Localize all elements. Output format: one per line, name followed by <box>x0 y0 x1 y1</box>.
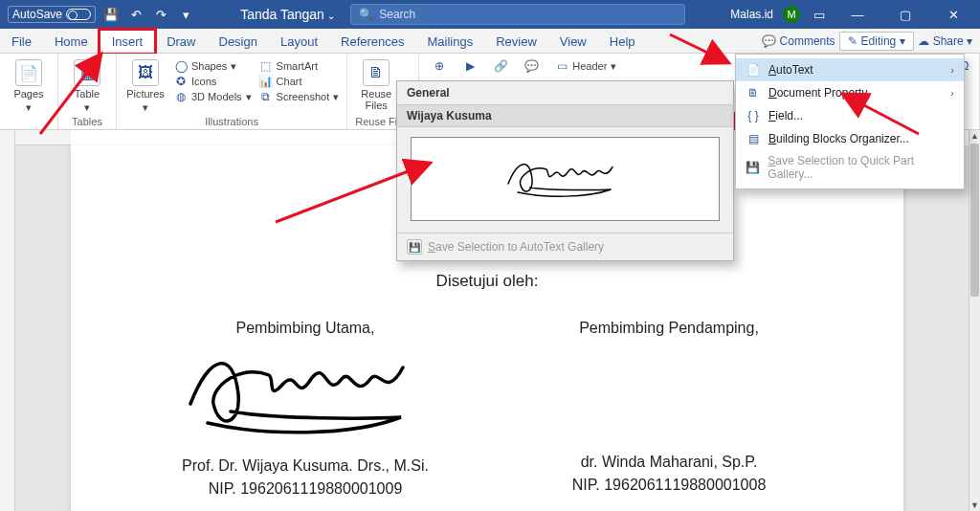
menu-autotext[interactable]: 📄 AAutoTextutoText › <box>736 58 964 81</box>
scroll-down-icon[interactable]: ▼ <box>969 500 980 511</box>
save-gallery-icon: 💾 <box>407 239 422 255</box>
chevron-right-icon: › <box>950 64 954 76</box>
pages-button[interactable]: 📄 Pages▾ <box>8 59 50 114</box>
reuse-files-icon: 🗎 <box>363 59 390 86</box>
group-illustrations: Illustrations <box>124 116 339 129</box>
3dmodels-button[interactable]: ◍3D Models ▾ <box>174 90 252 103</box>
document-property-icon: 🗎 <box>746 85 761 100</box>
table-button[interactable]: ▦ Table▾ <box>66 59 108 114</box>
scroll-up-icon[interactable]: ▲ <box>969 130 980 142</box>
autotext-category: Wijaya Kusuma <box>397 104 733 127</box>
tab-view[interactable]: View <box>548 31 598 53</box>
save-icon[interactable]: 💾 <box>101 5 121 24</box>
blocks-icon: ▤ <box>746 131 761 146</box>
cube-icon: ◍ <box>174 90 188 103</box>
search-input[interactable]: 🔍 Search <box>350 4 685 25</box>
autotext-gallery: General Wijaya Kusuma 💾 Save Selection t… <box>396 80 734 261</box>
header-icon: ▭ <box>555 59 568 73</box>
signature-image <box>181 337 430 452</box>
vertical-ruler[interactable] <box>0 130 15 511</box>
menu-save-quickpart: 💾 Save Selection to Quick Part Gallery..… <box>736 150 964 185</box>
chevron-right-icon: › <box>950 87 954 99</box>
doc-right-name: dr. Winda Maharani, Sp.P. <box>511 454 827 471</box>
share-button[interactable]: ☁︎ Share ▾ <box>918 34 972 48</box>
chevron-down-icon[interactable]: ⌄ <box>327 11 335 21</box>
screenshot-button[interactable]: ⧉Screenshot ▾ <box>259 90 340 103</box>
smartart-icon: ⬚ <box>259 59 273 73</box>
pages-icon: 📄 <box>15 59 42 86</box>
tab-references[interactable]: References <box>329 31 415 53</box>
online-video-icon[interactable]: ▶ <box>463 59 477 73</box>
doc-left-role: Pembimbing Utama, <box>147 320 463 337</box>
vertical-scrollbar[interactable]: ▲ ▼ <box>969 130 980 511</box>
tab-help[interactable]: Help <box>598 31 647 53</box>
table-icon: ▦ <box>74 59 100 86</box>
chart-icon: 📊 <box>259 75 273 88</box>
icons-icon: ✪ <box>174 75 188 88</box>
maximize-button[interactable]: ▢ <box>886 0 924 29</box>
redo-icon[interactable]: ↷ <box>151 5 170 24</box>
doc-right-role: Pembimbing Pendamping, <box>511 320 827 337</box>
save-selection-icon: 💾 <box>746 160 760 175</box>
switch-off-icon <box>66 9 91 20</box>
tab-insert[interactable]: Insert <box>100 30 156 54</box>
shapes-button[interactable]: ◯Shapes ▾ <box>174 59 252 73</box>
tab-review[interactable]: Review <box>484 31 548 53</box>
titlebar: AutoSave 💾 ↶ ↷ ▾ Tanda Tangan ⌄ 🔍 Search… <box>0 0 980 29</box>
editing-mode-button[interactable]: ✎ Editing ▾ <box>839 32 915 51</box>
comments-button[interactable]: 💬 Comments <box>762 34 835 48</box>
autotext-save-selection: 💾 Save Selection to AutoText Gallery Sav… <box>397 233 733 260</box>
quickparts-menu: 📄 AAutoTextutoText › 🗎 Document Property… <box>735 54 965 189</box>
ribbon-mode-icon[interactable]: ▭ <box>810 5 829 24</box>
link-icon[interactable]: 🔗 <box>494 59 507 73</box>
tab-home[interactable]: Home <box>43 31 100 53</box>
document-title: Tanda Tangan <box>240 7 324 22</box>
field-icon: { } <box>746 108 761 123</box>
reuse-files-button[interactable]: 🗎 Reuse Files <box>355 59 397 111</box>
menu-field[interactable]: { } Field... Field... <box>736 104 964 127</box>
tab-mailings[interactable]: Mailings <box>416 31 485 53</box>
chart-button[interactable]: 📊Chart <box>259 75 340 88</box>
search-icon: 🔍 <box>359 8 373 21</box>
autotext-general-header: General <box>397 81 733 104</box>
close-button[interactable]: ✕ <box>934 0 972 29</box>
group-tables: Tables <box>66 116 108 129</box>
header-button[interactable]: ▭Header ▾ <box>555 59 616 73</box>
qat-more-icon[interactable]: ▾ <box>176 5 195 24</box>
doc-right-nip: NIP. 1962061119880001008 <box>511 477 827 494</box>
tab-draw[interactable]: Draw <box>155 31 207 53</box>
comment-icon[interactable]: 💬 <box>524 59 538 73</box>
scroll-thumb[interactable] <box>970 144 979 297</box>
doc-left-name: Prof. Dr. Wijaya Kusuma. Drs., M.Si. <box>147 457 463 475</box>
icons-button[interactable]: ✪Icons <box>174 75 252 88</box>
undo-icon[interactable]: ↶ <box>126 5 145 24</box>
autotext-entry[interactable] <box>411 137 720 221</box>
doc-left-nip: NIP. 1962061119880001009 <box>147 480 463 498</box>
minimize-button[interactable]: — <box>838 0 877 29</box>
smartart-button[interactable]: ⬚SmartArt <box>259 59 340 73</box>
autosave-toggle[interactable]: AutoSave <box>8 6 96 23</box>
screenshot-icon: ⧉ <box>259 90 273 103</box>
addins-icon[interactable]: ⊕ <box>433 59 446 73</box>
signature-preview-icon <box>503 152 628 206</box>
pictures-icon: 🖼 <box>132 59 159 86</box>
tab-file[interactable]: File <box>0 31 43 53</box>
avatar[interactable]: M <box>783 6 800 23</box>
menu-building-blocks[interactable]: ▤ Building Blocks Organizer... Building … <box>736 127 964 150</box>
ribbon-tabs: File Home Insert Draw Design Layout Refe… <box>0 29 980 54</box>
shapes-icon: ◯ <box>174 59 188 73</box>
menu-docprop[interactable]: 🗎 Document Property › Document Property <box>736 81 964 104</box>
doc-approved-by: Disetujui oleh: <box>71 272 903 291</box>
tab-design[interactable]: Design <box>208 31 269 53</box>
autotext-icon: 📄 <box>746 62 761 78</box>
account-name[interactable]: Malas.id <box>730 8 773 21</box>
pictures-button[interactable]: 🖼 Pictures▾ <box>124 59 167 114</box>
tab-layout[interactable]: Layout <box>269 31 329 53</box>
